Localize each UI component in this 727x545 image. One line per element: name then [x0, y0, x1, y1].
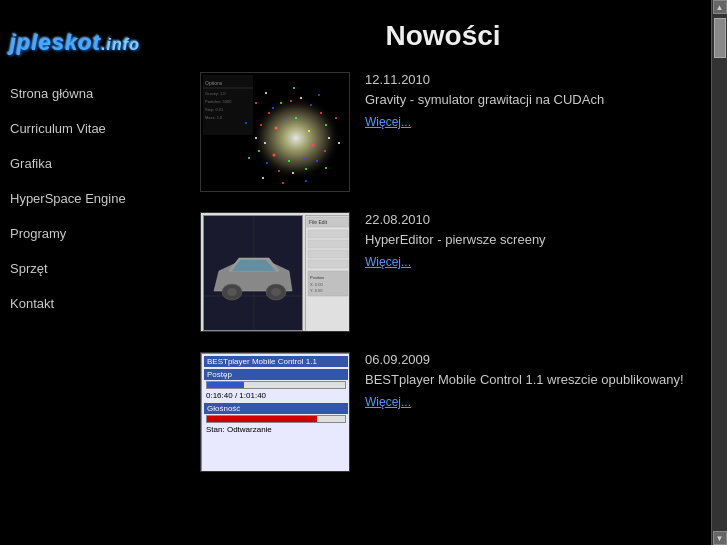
logo-suffix: .info [101, 36, 140, 53]
svg-point-23 [266, 162, 268, 164]
main-nav: Strona główna Curriculum Vitae Grafika H… [0, 76, 185, 321]
svg-text:Mass: 1.0: Mass: 1.0 [205, 115, 223, 120]
news-info-bestplayer: 06.09.2009 BESTplayer Mobile Control 1.1… [365, 352, 686, 409]
svg-rect-58 [308, 230, 348, 238]
sidebar-item-grafika[interactable]: Grafika [0, 146, 185, 181]
svg-point-24 [258, 150, 260, 152]
news-more-bestplayer[interactable]: Więcej... [365, 395, 686, 409]
bestplayer-postep-text: Postęp [207, 370, 232, 379]
news-date-hypereditor: 22.08.2010 [365, 212, 686, 227]
svg-rect-59 [308, 240, 348, 248]
svg-point-22 [278, 170, 280, 172]
svg-text:X: 0.00: X: 0.00 [310, 282, 323, 287]
svg-point-18 [324, 150, 326, 152]
bestplayer-title-text: BESTplayer Mobile Control 1.1 [207, 357, 317, 366]
bestplayer-time: 0:16:40 / 1:01:40 [204, 390, 348, 401]
logo-text: jpleskot.info [10, 30, 140, 55]
bestplayer-title-bar: BESTplayer Mobile Control 1.1 [204, 356, 348, 367]
news-item-hypereditor: File Edit Position X: 0.00 Y: 0.00 [200, 212, 686, 332]
logo[interactable]: jpleskot.info [0, 20, 185, 76]
news-date-gravity: 12.11.2010 [365, 72, 686, 87]
svg-point-33 [288, 160, 290, 162]
svg-point-12 [290, 100, 292, 102]
bestplayer-glosnosc-text: Głośność [207, 404, 240, 413]
scrollbar[interactable]: ▲ ▼ [711, 0, 727, 545]
editor-viewport [203, 215, 303, 331]
scroll-thumb[interactable] [714, 18, 726, 58]
svg-text:Y: 0.00: Y: 0.00 [310, 288, 323, 293]
news-info-hypereditor: 22.08.2010 HyperEditor - pierwsze screen… [365, 212, 686, 269]
bestplayer-progress-bar [206, 381, 346, 389]
sidebar-item-programy[interactable]: Programy [0, 216, 185, 251]
scroll-arrow-down[interactable]: ▼ [713, 531, 727, 545]
news-more-hypereditor[interactable]: Więcej... [365, 255, 686, 269]
svg-point-26 [260, 124, 262, 126]
svg-point-13 [300, 97, 302, 99]
svg-point-25 [255, 137, 257, 139]
svg-point-30 [308, 130, 310, 132]
bestplayer-glosnosc-label: Głośność [204, 403, 348, 414]
bestplayer-thumbnail-inner: BESTplayer Mobile Control 1.1 Postęp 0:1… [201, 353, 350, 472]
editor-car-svg [204, 216, 303, 331]
sidebar: jpleskot.info Strona główna Curriculum V… [0, 0, 185, 545]
svg-text:Gravity: 1.0: Gravity: 1.0 [205, 91, 226, 96]
news-more-gravity[interactable]: Więcej... [365, 115, 686, 129]
sidebar-item-hyperspace-engine[interactable]: HyperSpace Engine [0, 181, 185, 216]
svg-point-47 [265, 92, 267, 94]
bestplayer-postep-label: Postęp [204, 369, 348, 380]
svg-point-34 [273, 154, 276, 157]
svg-point-35 [264, 142, 266, 144]
svg-text:Options: Options [205, 80, 223, 86]
svg-point-17 [328, 137, 330, 139]
news-title-gravity: Gravity - symulator grawitacji na CUDAch [365, 91, 686, 109]
svg-point-40 [282, 182, 284, 184]
svg-point-41 [305, 180, 307, 182]
svg-point-46 [293, 87, 295, 89]
news-title-hypereditor: HyperEditor - pierwsze screeny [365, 231, 686, 249]
svg-point-36 [255, 102, 257, 104]
page-title: Nowości [200, 20, 686, 52]
svg-point-43 [338, 142, 340, 144]
svg-point-8 [251, 96, 341, 180]
svg-point-44 [335, 117, 337, 119]
news-item-bestplayer: BESTplayer Mobile Control 1.1 Postęp 0:1… [200, 352, 686, 472]
news-thumbnail-gravity[interactable]: Options Gravity: 1.0 Particles: 5000 Ste… [200, 72, 350, 192]
svg-point-45 [318, 94, 320, 96]
svg-point-10 [272, 107, 274, 109]
svg-point-42 [325, 167, 327, 169]
svg-text:Step: 0.01: Step: 0.01 [205, 107, 224, 112]
bestplayer-progress-fill [207, 382, 244, 388]
svg-point-31 [312, 144, 315, 147]
main-content: Nowości Options Gravity: 1.0 Particles: … [185, 0, 711, 545]
svg-point-14 [310, 104, 312, 106]
svg-point-27 [275, 127, 278, 130]
sidebar-item-curriculum-vitae[interactable]: Curriculum Vitae [0, 111, 185, 146]
svg-point-21 [292, 172, 294, 174]
bestplayer-volume-bar [206, 415, 346, 423]
svg-point-15 [320, 112, 322, 114]
news-title-bestplayer: BESTplayer Mobile Control 1.1 wreszcie o… [365, 371, 686, 389]
svg-text:Position: Position [310, 275, 324, 280]
scroll-arrow-up[interactable]: ▲ [713, 0, 727, 14]
news-thumbnail-bestplayer[interactable]: BESTplayer Mobile Control 1.1 Postęp 0:1… [200, 352, 350, 472]
sidebar-item-strona-glowna[interactable]: Strona główna [0, 76, 185, 111]
editor-panel: File Edit Position X: 0.00 Y: 0.00 [305, 215, 349, 331]
svg-point-37 [245, 122, 247, 124]
svg-point-9 [268, 112, 270, 114]
bestplayer-stan: Stan: Odtwarzanie [204, 424, 348, 435]
news-info-gravity: 12.11.2010 Gravity - symulator grawitacj… [365, 72, 686, 129]
sidebar-item-kontakt[interactable]: Kontakt [0, 286, 185, 321]
svg-point-16 [325, 124, 327, 126]
news-date-bestplayer: 06.09.2009 [365, 352, 686, 367]
editor-panel-svg: File Edit Position X: 0.00 Y: 0.00 [306, 216, 350, 332]
svg-point-28 [285, 120, 287, 122]
svg-rect-60 [308, 250, 348, 258]
editor-thumbnail-inner: File Edit Position X: 0.00 Y: 0.00 [201, 213, 350, 332]
svg-point-32 [303, 157, 305, 159]
svg-rect-61 [308, 260, 348, 268]
sidebar-item-sprzet[interactable]: Sprzęt [0, 251, 185, 286]
svg-point-29 [295, 117, 297, 119]
news-item-gravity: Options Gravity: 1.0 Particles: 5000 Ste… [200, 72, 686, 192]
logo-main: jpleskot [10, 30, 101, 55]
news-thumbnail-hypereditor[interactable]: File Edit Position X: 0.00 Y: 0.00 [200, 212, 350, 332]
